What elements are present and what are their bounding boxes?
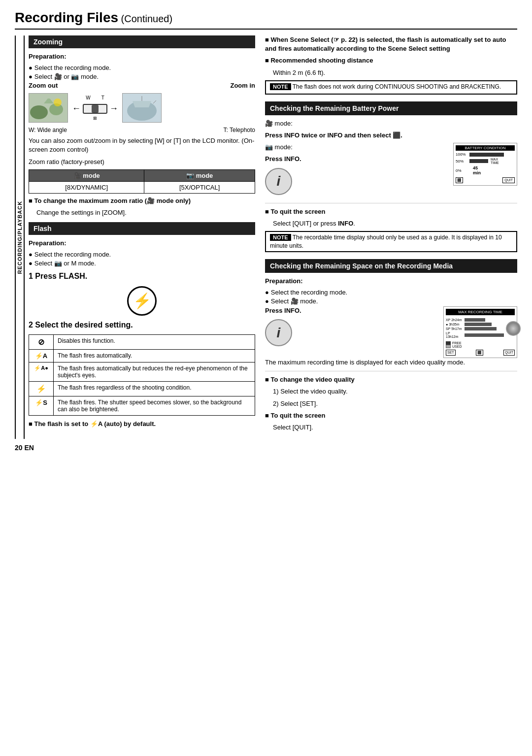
zoom-prep-label: Preparation:: [29, 52, 255, 61]
scene-select-section: ■ When Scene Select (☞ p. 22) is selecte…: [265, 35, 517, 95]
flash-row-off: ⊘ Disables this function.: [29, 335, 255, 350]
change-quality-step2: 2) Select [SET].: [265, 399, 517, 408]
quit-screen-header-battery: ■ To quit the screen: [265, 207, 517, 216]
change-zoom-detail: Change the settings in [ZOOM].: [29, 208, 255, 217]
zoom-table-cell-5x: [5X/OPTICAL]: [144, 181, 255, 193]
rs-back-btn: ⬛: [476, 350, 483, 356]
rec-distance-value: Within 2 m (6.6 ft).: [265, 68, 517, 77]
rs-row-sp2: SP 5h17m: [446, 327, 504, 330]
rs-row-sp1: ● 3h35m: [446, 323, 504, 326]
info-circle-media: i: [265, 319, 292, 346]
page-number: 20 EN: [15, 444, 517, 452]
flash-desc-slow: The flash fires. The shutter speed becom…: [54, 396, 255, 416]
rs-bar-sp1: [465, 323, 492, 326]
bs-bar-50: [469, 159, 488, 163]
rs-label-xp: XP 2h24m: [446, 318, 463, 322]
bs-bar-100: [469, 153, 504, 157]
bs-label-100: 100%: [456, 152, 468, 157]
zoom-table-header-movie: 🎥 mode: [29, 169, 144, 181]
zoom-table: 🎥 mode 📷 mode [8X/DYNAMIC] [5X/OPTICAL]: [29, 169, 255, 194]
svg-point-1: [30, 105, 48, 119]
arrow-right-icon: →: [109, 103, 118, 114]
title-suffix: (Continued): [118, 13, 172, 24]
media-description: The maximum recording time is displayed …: [265, 358, 517, 367]
media-prep-label: Preparation:: [265, 277, 517, 286]
zooming-header: Zooming: [29, 35, 255, 48]
page-title: Recording Files (Continued): [15, 10, 517, 30]
rs-bars-col: XP 2h24m ● 3h35m SP 5h17m: [446, 317, 504, 339]
bs-maxtime-label: MAX TIME: [491, 158, 503, 164]
zoom-images-row: W T ← → ⊠: [29, 93, 255, 123]
sidebar-recording-label: RECORDING/PLAYBACK: [15, 35, 25, 439]
change-zoom-note: ■ To change the maximum zoom ratio (🎥 mo…: [29, 197, 255, 205]
rs-row-xp: XP 2h24m: [446, 318, 504, 322]
note-label-flash: NOTE: [270, 83, 291, 90]
divider-media: [265, 371, 517, 371]
flash-icon-auto: ⚡A: [29, 350, 54, 362]
bs-row-100: 100%: [456, 152, 515, 157]
info-circle-battery: i: [265, 168, 292, 195]
bs-set-btn: ⬛: [456, 177, 463, 183]
zoom-out-label: Zoom out: [29, 82, 58, 89]
w-label: W: [86, 95, 90, 100]
bs-label-0: 0%: [456, 168, 468, 173]
slider-thumb: [92, 105, 99, 113]
step1-text: Press FLASH.: [35, 272, 87, 280]
note-battery-text: The recordable time display should only …: [270, 234, 502, 249]
rs-swatch-free: [446, 341, 451, 345]
zoom-in-label: Zoom in: [230, 82, 255, 89]
flash-desc-auto: The flash fires automatically.: [54, 350, 255, 362]
quit-screen-text-battery: Select [QUIT] or press INFO.: [265, 219, 517, 228]
left-column: Zooming Preparation: ● Select the record…: [29, 35, 255, 439]
note-flash: NOTE The flash does not work during CONT…: [265, 80, 517, 95]
rs-bottom: SET ⬛ QUIT: [446, 350, 515, 356]
media-prep-item-1: ● Select the recording mode.: [265, 289, 517, 296]
bs-bottom-row: ⬛ QUIT: [456, 177, 515, 183]
rs-label-lp: LP 13h12m: [446, 331, 463, 338]
step2-number: 2 Select the desired setting.: [29, 320, 255, 330]
svg-marker-7: [133, 101, 151, 107]
bowtie-icon: ⊠: [93, 116, 97, 121]
change-quality-header: ■ To change the video quality: [265, 375, 517, 384]
battery-photo-area: BATTERY CONDITION 100% 50% MAX TIME 0% 4…: [265, 143, 517, 198]
zoom-prep-item-2: ● Select 🎥 or 📷 mode.: [29, 73, 255, 80]
rs-bar-sp2: [465, 327, 497, 330]
flash-row-auto: ⚡A The flash fires automatically.: [29, 350, 255, 362]
flash-desc-off: Disables this function.: [54, 335, 255, 350]
battery-movie-instruction: Press INFO twice or INFO and then select…: [265, 131, 517, 140]
rs-bar-xp: [465, 318, 485, 322]
zoom-control-arrows: W T ← → ⊠: [72, 95, 118, 121]
flash-prep-label: Preparation:: [29, 239, 255, 248]
zoom-description: You can also zoom out/zoom in by selecti…: [29, 136, 255, 154]
battery-section: Checking the Remaining Battery Power 🎥 m…: [265, 101, 517, 252]
wt-labels: W: Wide angle T: Telephoto: [29, 127, 255, 133]
zoom-table-header-photo: 📷 mode: [144, 169, 255, 181]
bs-label-50: 50%: [456, 159, 468, 164]
zoom-table-cell-8x: [8X/DYNAMIC]: [29, 181, 144, 193]
battery-movie-mode: 🎥 mode:: [265, 119, 517, 128]
rs-disk-area: [506, 317, 521, 339]
rs-set-btn: SET: [446, 350, 456, 356]
flash-default-note: ■ The flash is set to ⚡A (auto) by defau…: [29, 420, 255, 428]
battery-header: Checking the Remaining Battery Power: [265, 101, 517, 115]
zoom-labels: Zoom out Zoom in: [29, 82, 255, 89]
flash-icon-off: ⊘: [29, 335, 54, 350]
rs-row-lp: LP 13h12m: [446, 331, 504, 338]
divider-battery: [265, 203, 517, 203]
slider-track: [83, 104, 107, 114]
flash-icon-always: ⚡: [29, 382, 54, 396]
flash-icon-redeye: ⚡A●: [29, 362, 54, 382]
quit-screen-text-media: Select [QUIT].: [265, 423, 517, 432]
scene-select-text1: ■ When Scene Select (☞ p. 22) is selecte…: [265, 35, 517, 53]
rs-content: XP 2h24m ● 3h35m SP 5h17m: [446, 317, 515, 339]
zoom-prep-item-1: ● Select the recording mode.: [29, 64, 255, 71]
flash-row-redeye: ⚡A● The flash fires automatically but re…: [29, 362, 255, 382]
right-column: ■ When Scene Select (☞ p. 22) is selecte…: [265, 35, 517, 439]
media-prep-item-2: ● Select 🎥 mode.: [265, 297, 517, 305]
step1-number: 1 Press FLASH.: [29, 271, 255, 282]
note-battery: NOTE The recordable time display should …: [265, 231, 517, 252]
note-label-battery: NOTE: [270, 234, 291, 241]
flash-prep-item-2: ● Select 📷 or M mode.: [29, 260, 255, 267]
rec-screen-mockup: MAX RECORDING TIME XP 2h24m ● 3h35m: [443, 306, 517, 358]
flash-section: Flash Preparation: ● Select the recordin…: [29, 222, 255, 428]
